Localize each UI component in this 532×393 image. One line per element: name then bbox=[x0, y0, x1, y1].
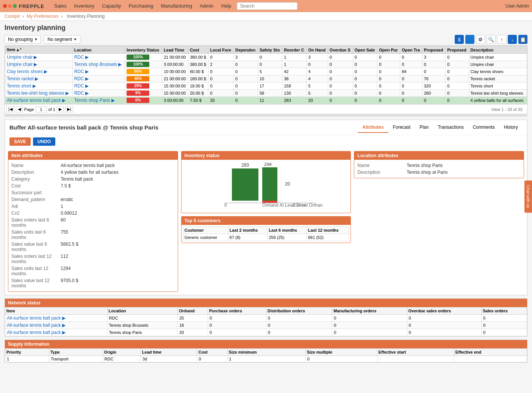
cell-dependen: 3 bbox=[233, 54, 258, 61]
col-onhand[interactable]: On Hand bbox=[307, 46, 328, 54]
item-link[interactable]: Umpire chair ▶ bbox=[7, 62, 37, 67]
col-open-pur[interactable]: Open Pur bbox=[377, 46, 400, 54]
icon-gear[interactable]: ⚙ bbox=[476, 35, 485, 44]
col-open-tra[interactable]: Open Tra bbox=[400, 46, 422, 54]
location-link[interactable]: RDC ▶ bbox=[74, 90, 89, 96]
first-page-btn[interactable]: |◀ bbox=[6, 106, 14, 112]
location-link[interactable]: RDC ▶ bbox=[74, 76, 89, 81]
location-link[interactable]: RDC ▶ bbox=[74, 83, 89, 89]
col-item[interactable]: Item ▴ ² bbox=[5, 46, 73, 54]
item-link[interactable]: All-surface tennis ball pack ▶ bbox=[7, 98, 66, 103]
item-attributes-panel: Item attributes NameAll-surface tennis b… bbox=[8, 151, 178, 292]
col-description[interactable]: Description bbox=[469, 46, 527, 54]
cell-cost: 380.00 $ bbox=[188, 61, 208, 68]
cell-description: Tennis racket bbox=[469, 75, 527, 83]
attr-row: Sales orders last 12 months112 bbox=[11, 253, 175, 265]
col-cost[interactable]: Cost bbox=[188, 46, 208, 54]
nav-help[interactable]: Help bbox=[217, 0, 235, 12]
col-proposed2[interactable]: Proposed bbox=[446, 46, 469, 54]
supply-eff-end bbox=[454, 356, 527, 362]
attr-value: 5662.5 $ bbox=[61, 242, 78, 252]
cell-proposed1: 0 bbox=[422, 61, 445, 68]
cell-onhand: 4 bbox=[307, 68, 328, 75]
icon-export[interactable]: 📋 bbox=[518, 35, 527, 44]
cell-open-pur: 0 bbox=[377, 75, 400, 83]
cell-item: Umpire chair ▶ bbox=[5, 54, 73, 61]
breadcrumb-cockpit[interactable]: Cockpit bbox=[5, 14, 20, 19]
tab-forecast[interactable]: Forecast bbox=[388, 122, 415, 133]
network-col-header: Sales orders bbox=[481, 307, 527, 315]
save-button[interactable]: SAVE bbox=[9, 137, 31, 146]
table-row[interactable]: Tennis short ▶ RDC ▶ 29% 15 00:00:00 18.… bbox=[5, 83, 527, 90]
icon-user[interactable]: 👤 bbox=[465, 35, 474, 44]
attr-row: Successor part bbox=[11, 189, 175, 196]
nav-capacity[interactable]: Capacity bbox=[98, 0, 125, 12]
item-link[interactable]: Tennis racket ▶ bbox=[7, 76, 38, 81]
tab-transactions[interactable]: Transactions bbox=[433, 122, 468, 133]
network-col-header: Item bbox=[5, 307, 108, 315]
nav-manufacturing[interactable]: Manufacturing bbox=[157, 0, 196, 12]
table-row[interactable]: All-surface tennis ball pack ▶ Tennis sh… bbox=[5, 97, 527, 104]
tab-plan[interactable]: Plan bbox=[415, 122, 433, 133]
last-page-btn[interactable]: ▶| bbox=[65, 106, 73, 112]
cell-location: RDC ▶ bbox=[72, 68, 125, 75]
next-page-btn[interactable]: ▶ bbox=[57, 106, 64, 112]
grouping-dropdown[interactable]: No grouping bbox=[5, 35, 41, 44]
col-safety[interactable]: Safety Sto bbox=[258, 46, 282, 54]
table-row[interactable]: Umpire chair ▶ RDC ▶ 100% 21 00:00:00 38… bbox=[5, 54, 527, 61]
attr-value: 755 bbox=[61, 229, 68, 240]
icon-dollar[interactable]: $ bbox=[455, 35, 464, 44]
cell-dependen: 0 bbox=[233, 97, 258, 104]
page-input[interactable] bbox=[36, 106, 47, 112]
icon-down[interactable]: ↓ bbox=[508, 35, 517, 44]
nav-admin[interactable]: Admin bbox=[196, 0, 217, 12]
cell-description: 4 yellow balls for all surfaces bbox=[469, 97, 527, 104]
col-local-fore[interactable]: Local Fore bbox=[208, 46, 233, 54]
nav-sales[interactable]: Sales bbox=[50, 0, 70, 12]
location-link[interactable]: RDC ▶ bbox=[74, 55, 89, 60]
chat-widget[interactable]: Chat with us bbox=[524, 181, 532, 213]
tab-history[interactable]: History bbox=[499, 122, 523, 133]
cell-safety: 5 bbox=[258, 68, 282, 75]
undo-button[interactable]: UNDO bbox=[33, 137, 55, 146]
tab-attributes[interactable]: Attributes bbox=[358, 122, 388, 133]
icon-up[interactable]: ↑ bbox=[497, 35, 506, 44]
item-link[interactable]: Tennis short ▶ bbox=[7, 83, 36, 89]
item-link[interactable]: Tennis tee-shirt long sleeves ▶ bbox=[7, 90, 69, 96]
prev-page-btn[interactable]: ◀ bbox=[16, 106, 23, 112]
table-row[interactable]: Tennis racket ▶ RDC ▶ 40% 21 00:00:00 18… bbox=[5, 75, 527, 83]
item-link[interactable]: Umpire chair ▶ bbox=[7, 55, 37, 60]
cell-customer: Generic customer bbox=[183, 234, 228, 241]
inventory-status-header: Inventory status bbox=[182, 151, 351, 160]
cell-cost: 20.00 $ bbox=[188, 90, 208, 97]
col-open-sale[interactable]: Open Sale bbox=[353, 46, 377, 54]
location-link[interactable]: RDC ▶ bbox=[74, 69, 89, 74]
icon-search[interactable]: 🔍 bbox=[487, 35, 496, 44]
col-location[interactable]: Location bbox=[72, 46, 125, 54]
col-overdue[interactable]: Overdue S bbox=[328, 46, 353, 54]
network-header: Network status bbox=[5, 299, 527, 307]
search-input[interactable] bbox=[237, 2, 297, 10]
table-row[interactable]: Tennis tee-shirt long sleeves ▶ RDC ▶ 9%… bbox=[5, 90, 527, 97]
col-reorder[interactable]: Reorder C bbox=[282, 46, 307, 54]
table-row[interactable]: Clay tennis shoes ▶ RDC ▶ 80% 10 00:00:0… bbox=[5, 68, 527, 75]
tab-comments[interactable]: Comments bbox=[468, 122, 499, 133]
col-proposed1[interactable]: Proposed bbox=[422, 46, 445, 54]
cell-dependen: 0 bbox=[233, 75, 258, 83]
segment-dropdown[interactable]: No segment bbox=[44, 35, 80, 44]
col-leadtime[interactable]: Lead Time bbox=[162, 46, 188, 54]
location-link[interactable]: Tennis shop Paris ▶ bbox=[74, 98, 115, 103]
col-dependen[interactable]: Dependen bbox=[233, 46, 258, 54]
cell-dependen: 0 bbox=[233, 83, 258, 90]
nav-purchasing[interactable]: Purchasing bbox=[125, 0, 157, 12]
location-link[interactable]: Tennis shop Brussels ▶ bbox=[74, 62, 122, 67]
nav-inventory[interactable]: Inventory bbox=[70, 0, 98, 12]
breadcrumb-preferences[interactable]: My Preferences bbox=[27, 14, 58, 19]
table-row[interactable]: Umpire chair ▶ Tennis shop Brussels ▶ 10… bbox=[5, 61, 527, 68]
item-link[interactable]: Clay tennis shoes ▶ bbox=[7, 69, 47, 74]
logo-circle-green bbox=[13, 4, 17, 8]
col-status[interactable]: Inventory Status bbox=[125, 46, 162, 54]
network-table: ItemLocationOnhandPurchase ordersDistrib… bbox=[5, 307, 527, 336]
cell-local-fore: 25 bbox=[208, 97, 233, 104]
network-col-header: Onhand bbox=[178, 307, 208, 315]
